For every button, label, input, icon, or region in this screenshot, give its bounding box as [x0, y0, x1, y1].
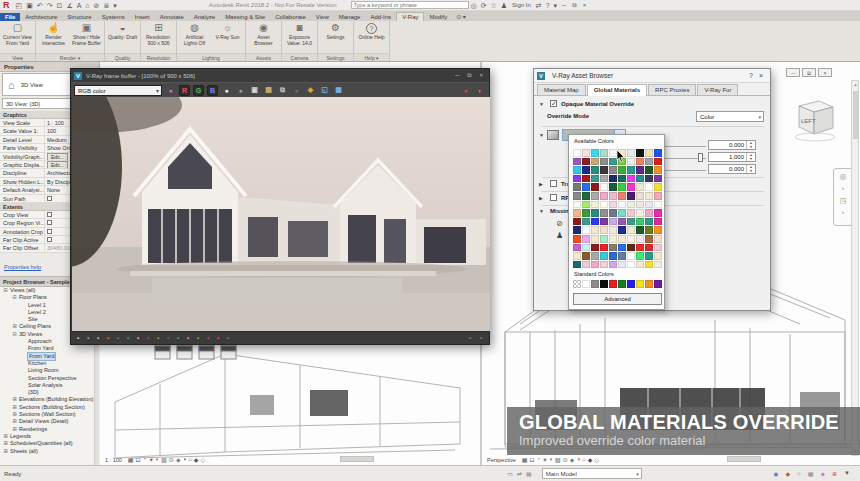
h-scrollbar-thumb[interactable] [727, 456, 761, 462]
dialog-tab-material-map[interactable]: Material Map [537, 84, 586, 95]
color-swatch[interactable] [600, 192, 608, 200]
color-swatch[interactable] [582, 158, 590, 166]
color-swatch[interactable] [573, 261, 581, 269]
edit-button[interactable]: Edit... [47, 153, 68, 160]
view-tool-icon[interactable]: ⊙ [563, 456, 568, 463]
checkbox[interactable] [47, 237, 52, 242]
color-swatch[interactable] [609, 209, 617, 217]
checkbox[interactable] [47, 229, 52, 234]
color-swatch[interactable] [618, 261, 626, 269]
color-swatch[interactable] [627, 175, 635, 183]
fb-stamp-icon[interactable]: ▪ [104, 334, 112, 342]
revit-application-menu[interactable]: R [3, 1, 10, 10]
print-icon[interactable]: ⊡ [57, 1, 63, 10]
fb-close-button[interactable]: × [479, 72, 483, 79]
color-swatch[interactable] [573, 158, 581, 166]
color-swatch[interactable] [573, 192, 581, 200]
color-swatch[interactable] [627, 261, 635, 269]
view-tool-icon[interactable]: ▦ [128, 456, 134, 463]
fb-stamp-icon[interactable]: ▪ [74, 334, 82, 342]
color-swatch[interactable] [600, 201, 608, 209]
color-swatch[interactable] [654, 218, 662, 226]
expand-triangle-icon[interactable]: ▶ [539, 181, 547, 187]
color-swatch[interactable] [600, 183, 608, 191]
ribbon-button-online-help[interactable]: ?Online Help [356, 22, 387, 41]
fb-stamp-icon[interactable]: ▪ [144, 334, 152, 342]
checkbox[interactable] [47, 196, 52, 201]
expand-icon[interactable]: ⊞ [11, 426, 18, 433]
collapse-triangle-icon[interactable]: ▼ [539, 208, 547, 214]
view-tool-icon[interactable]: ☀ [148, 456, 153, 463]
color-swatch[interactable] [573, 201, 581, 209]
standard-color-swatch[interactable] [618, 280, 626, 288]
color-swatch[interactable] [582, 166, 590, 174]
collapse-triangle-icon[interactable]: ▼ [539, 101, 547, 107]
color-swatch[interactable] [636, 201, 644, 209]
tree-item-living-room[interactable]: Living Room [0, 367, 100, 374]
color-swatch[interactable] [627, 166, 635, 174]
fb-stamp-icon[interactable]: ▪ [194, 334, 202, 342]
ribbon-group-label[interactable]: Render ▾ [36, 53, 104, 61]
minimize-button[interactable]: ─ [562, 2, 566, 9]
dialog-tab-v-ray-fur[interactable]: V-Ray Fur [697, 84, 738, 95]
collapse-icon[interactable]: ⊟ [11, 294, 18, 301]
view-restore-button[interactable]: ⧉ [802, 68, 816, 77]
press-drag-icon[interactable]: ◈ [820, 470, 825, 477]
ribbon-button-show-hide-frame-buffer[interactable]: ▣Show / Hide Frame Buffer [71, 22, 102, 46]
color-swatch[interactable] [582, 244, 590, 252]
zoom-icon[interactable]: ◳ [840, 196, 847, 205]
spinner[interactable]: ▲▼ [746, 153, 755, 161]
color-swatch[interactable] [654, 166, 662, 174]
view-tool-icon[interactable]: ◐ [156, 456, 160, 463]
view-tool-icon[interactable]: ◈ [570, 456, 575, 463]
color-swatch[interactable] [627, 244, 635, 252]
properties-help-link[interactable]: Properties help [4, 264, 41, 270]
color-swatch[interactable] [645, 244, 653, 252]
advanced-button[interactable]: Advanced [573, 293, 662, 305]
tree-item-from-yard[interactable]: From Yard [0, 353, 100, 360]
ribbon-tab-collaborate[interactable]: Collaborate [270, 13, 311, 21]
green-channel-button[interactable]: G [193, 85, 204, 96]
slider-handle[interactable] [698, 153, 703, 162]
ribbon-button-artificial-lights-off[interactable]: ◍Artificial Lights Off [179, 22, 210, 46]
color-swatch[interactable] [573, 252, 581, 260]
standard-color-swatch[interactable] [654, 280, 662, 288]
expand-icon[interactable]: ⊞ [11, 411, 18, 418]
color-swatch[interactable] [627, 183, 635, 191]
dialog-tab-rpc-proxies[interactable]: RPC Proxies [648, 84, 696, 95]
color-swatch[interactable] [654, 252, 662, 260]
load-image-button[interactable]: ▤ [263, 85, 274, 96]
tree-item-renderings[interactable]: ⊞Renderings [0, 426, 100, 433]
color-swatch[interactable] [627, 209, 635, 217]
checkbox[interactable] [47, 212, 52, 217]
ribbon-tab-structure[interactable]: Structure [62, 13, 96, 21]
color-swatch[interactable] [573, 175, 581, 183]
color-swatch[interactable] [618, 252, 626, 260]
color-swatch[interactable] [582, 209, 590, 217]
measure-icon[interactable]: ∡ [66, 1, 72, 10]
color-swatch[interactable] [600, 158, 608, 166]
view-tool-icon[interactable]: ⊡ [136, 456, 141, 463]
color-swatch[interactable] [654, 201, 662, 209]
help-dropdown-icon[interactable]: ▾ [554, 1, 558, 10]
color-swatch[interactable] [609, 175, 617, 183]
color-swatch[interactable] [573, 209, 581, 217]
color-swatch[interactable] [591, 158, 599, 166]
color-swatch[interactable] [609, 244, 617, 252]
standard-color-swatch[interactable] [645, 280, 653, 288]
ribbon-button-v-ray-sun[interactable]: ☼V-Ray Sun [212, 22, 243, 41]
subscription-icon[interactable]: ⟳ [481, 1, 487, 10]
view-scale-button[interactable]: 1 : 100 [105, 457, 122, 463]
frame-buffer-titlebar[interactable]: V V-Ray frame buffer - [100% of 900 x 50… [71, 69, 489, 82]
color-swatch[interactable] [618, 175, 626, 183]
color-swatch[interactable] [645, 226, 653, 234]
thin-lines-icon[interactable]: ≣ [103, 1, 109, 10]
fb-stamp-icon[interactable]: ▪ [124, 334, 132, 342]
color-swatch[interactable] [618, 166, 626, 174]
fb-stamp-icon[interactable]: ▪ [184, 334, 192, 342]
ribbon-button-current-view-from-yard[interactable]: ▢Current View From Yard [2, 22, 33, 46]
account-icon[interactable]: ♟ [501, 1, 507, 10]
color-swatch[interactable] [573, 218, 581, 226]
color-swatch[interactable] [645, 158, 653, 166]
fb-stamp-icon[interactable]: ▪ [134, 334, 142, 342]
